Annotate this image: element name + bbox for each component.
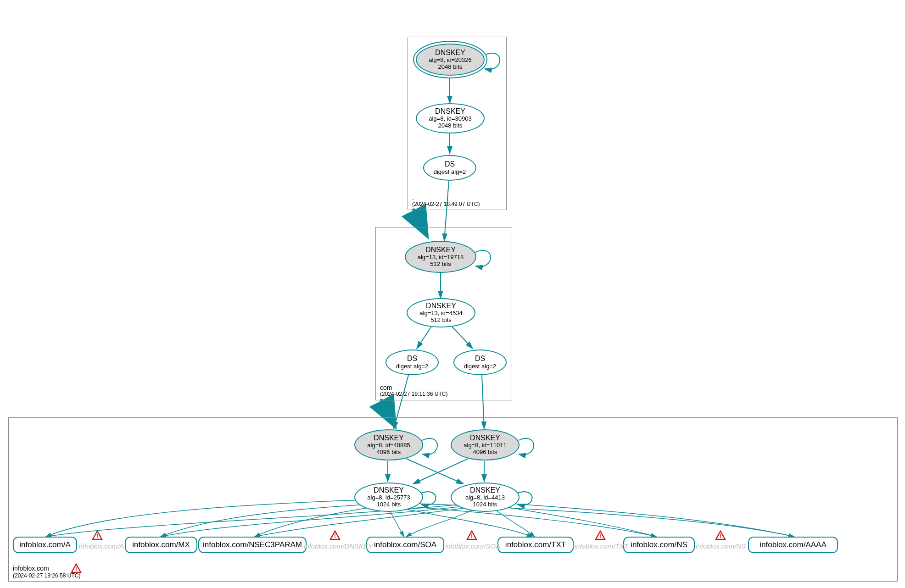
ib-zsk1-bits: 1024 bits bbox=[377, 501, 401, 508]
svg-text:!: ! bbox=[720, 533, 721, 539]
com-ksk-type: DNSKEY bbox=[425, 246, 456, 254]
zone-root-timestamp: (2024-02-27 18:49:07 UTC) bbox=[412, 201, 480, 207]
ib-ksk1-detail: alg=8, id=40885 bbox=[367, 442, 410, 449]
ib-ksk2-type: DNSKEY bbox=[470, 434, 500, 442]
zone-infoblox-name: infoblox.com bbox=[13, 565, 49, 572]
ghost-a: infoblox.com/A bbox=[79, 542, 124, 550]
ib-zsk1-node: DNSKEY alg=8, id=25773 1024 bits bbox=[354, 483, 423, 512]
root-zsk-detail: alg=8, id=30903 bbox=[429, 116, 471, 122]
com-zsk-detail: alg=13, id=4534 bbox=[419, 310, 462, 317]
com-zsk-bits: 512 bits bbox=[430, 317, 452, 324]
root-ds-type: DS bbox=[445, 160, 455, 168]
rrset-soa: infoblox.com/SOA bbox=[366, 537, 444, 553]
ib-zsk2-bits: 1024 bits bbox=[473, 501, 497, 508]
warning-icon: ! bbox=[595, 530, 606, 541]
rrset-aaaa: infoblox.com/AAAA bbox=[748, 537, 838, 553]
ib-ksk1-node: DNSKEY alg=8, id=40885 4096 bits bbox=[354, 429, 423, 460]
rrset-nsec3: infoblox.com/NSEC3PARAM bbox=[198, 537, 307, 553]
ib-zsk2-type: DNSKEY bbox=[470, 486, 500, 494]
com-ds1-node: DS digest alg=2 bbox=[385, 349, 439, 375]
ib-zsk1-type: DNSKEY bbox=[374, 486, 404, 494]
com-ds1-detail: digest alg=2 bbox=[396, 363, 428, 370]
svg-text:!: ! bbox=[75, 566, 77, 572]
zone-com-name: com bbox=[380, 384, 447, 391]
ghost-soa: infoblox.com/SOA bbox=[445, 542, 500, 550]
root-zsk-node: DNSKEY alg=8, id=30903 2048 bits bbox=[416, 103, 485, 133]
root-ksk-type: DNSKEY bbox=[435, 49, 465, 57]
root-ksk-node: DNSKEY alg=8, id=20326 2048 bits bbox=[416, 44, 485, 76]
com-ksk-node: DNSKEY alg=13, id=19718 512 bits bbox=[405, 241, 476, 273]
ib-zsk2-detail: alg=8, id=4413 bbox=[465, 494, 505, 501]
ghost-txt: infoblox.com/TXT bbox=[575, 542, 628, 550]
com-ksk-detail: alg=13, id=19718 bbox=[418, 254, 464, 261]
zone-root-name: . bbox=[412, 194, 480, 201]
zone-root-label: . (2024-02-27 18:49:07 UTC) bbox=[412, 194, 480, 208]
zone-com-label: com (2024-02-27 19:11:36 UTC) bbox=[380, 384, 447, 398]
ghost-dnskey: infoblox.com/DNSKEY bbox=[304, 542, 373, 550]
ib-zsk1-detail: alg=8, id=25773 bbox=[367, 494, 410, 501]
warning-icon: ! bbox=[71, 563, 82, 574]
ib-ksk1-bits: 4096 bits bbox=[377, 449, 401, 456]
com-ds2-detail: digest alg=2 bbox=[464, 363, 496, 370]
com-ksk-bits: 512 bits bbox=[430, 261, 451, 268]
ib-zsk2-node: DNSKEY alg=8, id=4413 1024 bits bbox=[451, 483, 520, 512]
rrset-ns: infoblox.com/NS bbox=[623, 537, 695, 553]
ib-ksk2-detail: alg=8, id=11011 bbox=[464, 442, 506, 449]
svg-text:!: ! bbox=[334, 533, 336, 539]
warning-icon: ! bbox=[466, 530, 477, 541]
warning-icon: ! bbox=[92, 530, 103, 541]
ib-ksk2-bits: 4096 bits bbox=[473, 449, 497, 456]
root-zsk-bits: 2048 bits bbox=[438, 122, 463, 129]
rrset-txt: infoblox.com/TXT bbox=[497, 537, 574, 553]
com-ds2-type: DS bbox=[475, 355, 485, 363]
com-ds2-node: DS digest alg=2 bbox=[453, 349, 507, 375]
svg-text:!: ! bbox=[471, 533, 473, 539]
com-ds1-type: DS bbox=[407, 355, 417, 363]
rrset-mx: infoblox.com/MX bbox=[125, 537, 197, 553]
com-zsk-node: DNSKEY alg=13, id=4534 512 bits bbox=[407, 298, 475, 327]
root-ds-node: DS digest alg=2 bbox=[423, 155, 476, 181]
ib-ksk2-node: DNSKEY alg=8, id=11011 4096 bits bbox=[451, 429, 520, 460]
root-ksk-bits: 2048 bits bbox=[438, 64, 463, 71]
com-zsk-type: DNSKEY bbox=[426, 302, 456, 310]
rrset-a: infoblox.com/A bbox=[13, 537, 77, 553]
ghost-ns: infoblox.com/NS bbox=[696, 542, 746, 550]
ib-ksk1-type: DNSKEY bbox=[374, 434, 404, 442]
root-ds-detail: digest alg=2 bbox=[434, 169, 466, 176]
zone-com-timestamp: (2024-02-27 19:11:36 UTC) bbox=[380, 391, 447, 397]
svg-text:!: ! bbox=[599, 533, 601, 539]
root-ksk-detail: alg=8, id=20326 bbox=[429, 57, 471, 64]
warning-icon: ! bbox=[330, 530, 341, 541]
warning-icon: ! bbox=[715, 530, 726, 541]
svg-text:!: ! bbox=[96, 533, 98, 539]
root-zsk-type: DNSKEY bbox=[435, 107, 465, 116]
